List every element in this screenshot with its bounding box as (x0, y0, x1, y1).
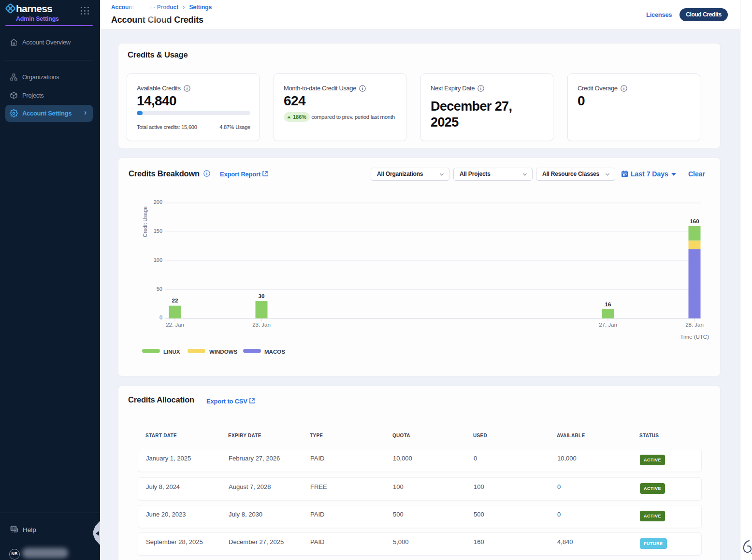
svg-text:100: 100 (154, 257, 162, 263)
svg-text:50: 50 (157, 286, 162, 292)
svg-text:200: 200 (154, 199, 162, 205)
svg-text:22: 22 (172, 298, 178, 303)
svg-text:LINUX: LINUX (163, 349, 180, 355)
svg-text:23. Jan: 23. Jan (252, 322, 271, 328)
svg-text:?: ? (13, 526, 15, 531)
svg-text:160: 160 (690, 218, 699, 224)
svg-text:0: 0 (159, 315, 162, 320)
svg-text:150: 150 (154, 228, 162, 234)
svg-text:22. Jan: 22. Jan (166, 322, 184, 328)
svg-text:Time (UTC): Time (UTC) (680, 334, 709, 340)
svg-text:27. Jan: 27. Jan (599, 322, 617, 328)
svg-text:16: 16 (605, 302, 611, 307)
svg-text:30: 30 (259, 293, 265, 299)
svg-text:Credit Usage: Credit Usage (142, 206, 148, 237)
svg-text:WINDOWS: WINDOWS (209, 349, 237, 355)
svg-text:28. Jan: 28. Jan (685, 322, 704, 328)
svg-text:MACOS: MACOS (264, 349, 285, 355)
